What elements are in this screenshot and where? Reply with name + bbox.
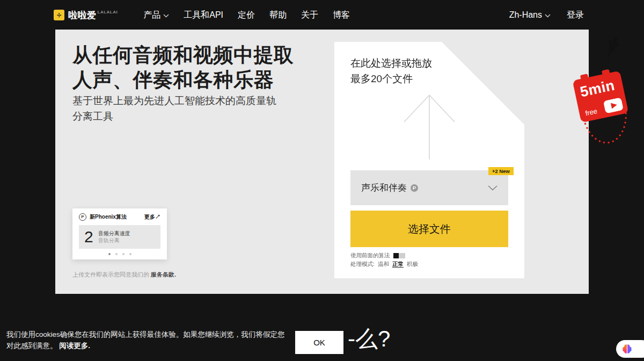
- terms-notice: 上传文件即表示您同意我们的 服务条款.: [72, 271, 176, 279]
- hero-section: 从任何音频和视频中提取 人声、伴奏和各种乐器 基于世界上最为先进人工智能技术的高…: [55, 30, 589, 294]
- legacy-algorithm-toggle[interactable]: [393, 253, 405, 258]
- mode-normal[interactable]: 正常: [392, 261, 404, 268]
- page-title-line2: 人声、伴奏和各种乐器: [72, 68, 294, 92]
- partially-hidden-heading: -么?: [348, 324, 390, 354]
- phoenix-card-header: P 新Phoenix算法 更多↗: [72, 208, 167, 221]
- nav-help[interactable]: 帮助: [269, 10, 287, 21]
- login-link[interactable]: 登录: [567, 10, 584, 21]
- tag-notch: [580, 74, 589, 80]
- stem-select-dropdown[interactable]: 声乐和伴奏 P: [350, 170, 508, 205]
- phoenix-stat-line2: 音轨分离: [98, 237, 130, 244]
- phoenix-algorithm-card[interactable]: P 新Phoenix算法 更多↗ 2 音频分离速度 音轨分离: [72, 208, 167, 259]
- phoenix-stat-value: 2: [84, 228, 93, 246]
- carousel-dot-3[interactable]: [122, 253, 125, 255]
- promo-5min-free: 5min free: [516, 31, 639, 157]
- tag-notch: [602, 69, 610, 76]
- phoenix-p-icon: P: [79, 213, 86, 221]
- nav-blog[interactable]: 博客: [333, 10, 350, 21]
- language-label: Zh-Hans: [509, 10, 542, 20]
- youtube-icon: [603, 97, 624, 114]
- chevron-down-icon: [545, 10, 551, 20]
- page-subtitle-line2: 分离工具: [72, 109, 276, 124]
- dropzone-prompt: 在此处选择或拖放 最多20个文件: [350, 55, 432, 86]
- nav-products[interactable]: 产品: [143, 10, 169, 21]
- processing-mode-row: 处理模式: 温和 正常 积极: [350, 261, 418, 268]
- select-files-button[interactable]: 选择文件: [350, 211, 508, 247]
- assistant-widget[interactable]: [616, 340, 644, 358]
- new-stems-badge: +2 New: [488, 167, 514, 175]
- top-nav: ÷ 啦啦爱 LALALAI 产品 工具和API 定价 帮助 关于 博客 Zh-H…: [0, 0, 644, 30]
- chevron-down-icon: [163, 10, 169, 20]
- logo[interactable]: ÷ 啦啦爱 LALALAI: [54, 9, 118, 21]
- carousel-dots: [72, 253, 167, 255]
- dropzone-prompt-line1: 在此处选择或拖放: [350, 55, 432, 71]
- cookie-line1: 我们使用cookies确保您在我们的网站上获得最佳体验。如果您继续浏览，我们将假…: [6, 330, 284, 338]
- tag-minutes: 5min: [579, 77, 616, 100]
- tag-free-label: free: [584, 107, 598, 117]
- mode-mild[interactable]: 温和: [378, 261, 389, 268]
- page-subtitle-line1: 基于世界上最为先进人工智能技术的高质量轨: [72, 93, 276, 109]
- nav-about[interactable]: 关于: [301, 10, 318, 21]
- page-title: 从任何音频和视频中提取 人声、伴奏和各种乐器: [72, 43, 294, 92]
- chevron-down-icon: [488, 183, 497, 193]
- carousel-dot-2[interactable]: [115, 253, 118, 255]
- stem-select-label: 声乐和伴奏: [361, 182, 407, 194]
- upload-dropzone[interactable]: 在此处选择或拖放 最多20个文件 声乐和伴奏 P +2 New 选择文件 使用前…: [334, 42, 524, 278]
- nav-tools-api[interactable]: 工具和API: [184, 10, 223, 21]
- page-title-line1: 从任何音频和视频中提取: [72, 43, 294, 68]
- phoenix-p-badge-icon: P: [411, 184, 418, 192]
- processing-mode-label: 处理模式:: [350, 261, 375, 268]
- carousel-dot-1[interactable]: [108, 253, 111, 255]
- legacy-toggle-label: 使用前面的算法: [350, 252, 390, 259]
- legacy-algorithm-row: 使用前面的算法: [350, 252, 405, 259]
- terms-link[interactable]: 服务条款.: [151, 271, 176, 278]
- cookie-line2: 对此感到满意。: [6, 342, 59, 350]
- main-nav: 产品 工具和API 定价 帮助 关于 博客: [143, 10, 350, 21]
- mode-aggressive[interactable]: 积极: [407, 261, 418, 268]
- carousel-dot-4[interactable]: [129, 253, 131, 255]
- dropzone-prompt-line2: 最多20个文件: [350, 71, 432, 86]
- cookie-ok-button[interactable]: OK: [295, 331, 343, 354]
- phoenix-stat-box: 2 音频分离速度 音轨分离: [79, 225, 160, 249]
- phoenix-card-title: 新Phoenix算法: [90, 213, 127, 221]
- logo-superscript: LALALAI: [98, 10, 118, 15]
- push-pin-icon: [595, 35, 627, 68]
- logo-name: 啦啦爱: [68, 9, 97, 21]
- cookie-notice: 我们使用cookies确保您在我们的网站上获得最佳体验。如果您继续浏览，我们将假…: [6, 329, 288, 351]
- read-more-link[interactable]: 阅读更多.: [59, 342, 90, 350]
- nav-pricing[interactable]: 定价: [238, 10, 255, 21]
- header-right: Zh-Hans 登录: [509, 10, 584, 21]
- language-selector[interactable]: Zh-Hans: [509, 10, 551, 20]
- phoenix-more-link[interactable]: 更多↗: [144, 213, 160, 221]
- youtube-5min-free-tag[interactable]: 5min free: [573, 71, 629, 123]
- upload-arrow-icon: [397, 92, 462, 161]
- brain-icon: [621, 343, 633, 355]
- terms-prefix: 上传文件即表示您同意我们的: [72, 271, 149, 278]
- logo-divide-icon: ÷: [54, 10, 64, 20]
- phoenix-stat-line1: 音频分离速度: [98, 230, 130, 237]
- page-subtitle: 基于世界上最为先进人工智能技术的高质量轨 分离工具: [72, 93, 276, 124]
- nav-products-label: 产品: [143, 10, 160, 21]
